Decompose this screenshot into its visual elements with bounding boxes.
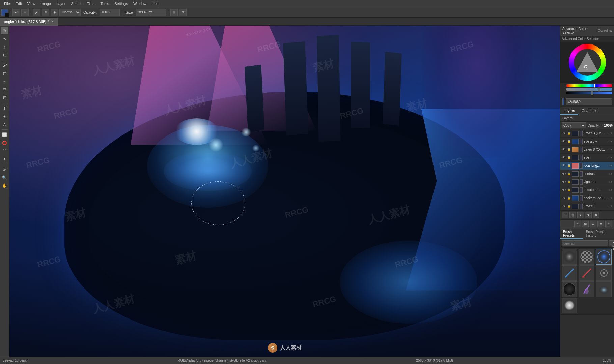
menu-settings[interactable]: Settings [112,1,131,6]
layer-lock-0[interactable]: 🔒 [567,132,571,135]
hue-slider[interactable] [566,84,612,87]
menu-file[interactable]: File [1,1,13,6]
view-btn1[interactable]: ⊞ [170,9,178,16]
layer-row-3[interactable]: 👁 🔒 eye α⊕ [560,154,614,162]
tool-smudge[interactable]: ≈ [1,78,8,85]
layer-lock-6[interactable]: 🔒 [567,180,571,184]
menu-image[interactable]: Image [38,1,54,6]
brush-grid-btn[interactable]: ⊞ [582,221,589,228]
blend-mode-select[interactable]: Normal [59,9,81,16]
blend-btn[interactable]: ⊕ [42,9,49,16]
menu-view[interactable]: View [25,1,38,6]
brush-up-btn[interactable]: ▲ [590,221,596,228]
foreground-color[interactable] [1,9,8,16]
menu-tools[interactable]: Tools [98,1,112,6]
hue-thumb[interactable] [594,84,595,88]
tool-text[interactable]: T [1,104,8,112]
menu-filter[interactable]: Filter [84,1,97,6]
layer-eye-4[interactable]: 👁 [562,163,566,168]
menu-help[interactable]: Help [149,1,162,6]
hex-color-input[interactable] [566,98,612,105]
brush-item-5[interactable] [596,265,612,281]
tool-brush[interactable]: ✎ [1,27,8,34]
delete-layer-btn[interactable]: ✕ [593,212,599,218]
brush-item-3[interactable] [562,265,577,281]
tool-select-ellipse[interactable]: ⭕ [1,139,8,147]
layer-lock-1[interactable]: 🔒 [567,140,571,143]
layer-eye-8[interactable]: 👁 [562,196,566,201]
layer-lock-4[interactable]: 🔒 [567,164,571,168]
brush-item-8[interactable] [596,281,612,297]
brush-down-btn[interactable]: ▼ [597,221,604,228]
layer-lock-2[interactable]: 🔒 [567,148,571,151]
opacity-input[interactable] [100,9,120,16]
layer-eye-2[interactable]: 👁 [562,147,566,152]
layer-row-1[interactable]: 👁 🔒 eye glow α⊕ [560,138,614,146]
tool-vector[interactable]: ◈ [1,113,8,120]
brush-item-4[interactable] [579,265,594,281]
tool-pan[interactable]: ✋ [1,182,8,189]
menu-layer[interactable]: Layer [54,1,68,6]
canvas-area[interactable]: RRCG 人人素材 RRCG 素材 RRCG 素材 RRCG 人人素材 RRCG… [9,26,560,357]
brush-item-0[interactable] [562,249,577,265]
tool-select-lasso[interactable]: ⌒ [1,147,8,155]
hue-ring[interactable] [569,44,606,81]
group-layer-btn[interactable]: ⊞ [569,212,576,218]
tool-eraser[interactable]: ◻ [1,70,8,77]
brush-item-9[interactable] [562,298,577,313]
overview-label[interactable]: Overview [598,29,612,33]
layer-eye-6[interactable]: 👁 [562,180,566,184]
redo-button[interactable]: ↪ [21,9,29,16]
tool-select-magic[interactable]: ✦ [1,155,8,163]
brush-more-btn[interactable]: ≡ [605,221,612,228]
brush-item-7[interactable] [579,281,594,297]
color-wheel-area[interactable] [560,42,614,83]
layer-row-5[interactable]: 👁 🔒 contrast α⊕ [560,170,614,178]
tool-fill[interactable]: ▽ [1,86,8,93]
layer-row-7[interactable]: 👁 🔒 desaturate α⊕ [560,186,614,194]
layer-eye-9[interactable]: 👁 [562,204,566,209]
layer-row-6[interactable]: 👁 🔒 vignette α⊕ [560,178,614,186]
color-triangle[interactable] [569,44,606,81]
layer-eye-5[interactable]: 👁 [562,172,566,176]
tool-gradient[interactable]: ⊟ [1,94,8,101]
brush-tab-history[interactable]: Brush Preset History [583,229,614,239]
layer-lock-9[interactable]: 🔒 [567,205,571,208]
menu-select[interactable]: Select [68,1,84,6]
layer-lock-3[interactable]: 🔒 [567,156,571,159]
brush-list-btn[interactable]: ≡ [574,221,581,228]
brush-item-6[interactable] [562,281,577,297]
undo-button[interactable]: ↩ [12,9,20,16]
tool-cursor[interactable]: ↖ [1,35,8,42]
add-layer-btn[interactable]: + [562,212,568,218]
tool-zoom[interactable]: 🔍 [1,174,8,181]
brush-search-input[interactable] [562,240,608,246]
layer-row-4[interactable]: 👁 🔒 local brig... α⊕ [560,162,614,170]
tool-transform[interactable]: ⊹ [1,43,8,51]
layer-blend-select[interactable]: Copy [562,122,586,128]
sat-slider[interactable] [566,88,612,91]
brush-settings-btn[interactable]: 🖌 [33,9,40,16]
val-slider[interactable] [566,92,612,94]
tool-shape[interactable]: △ [1,121,8,128]
current-color-swatch[interactable] [562,98,564,105]
tool-paint[interactable]: 🖌 [1,62,8,69]
tool-crop[interactable]: ⊡ [1,51,8,59]
layer-row-2[interactable]: 👁 🔒 Layer 8 (Col... α⊕ [560,146,614,154]
tab-close-btn[interactable]: ✕ [51,20,54,23]
menu-edit[interactable]: Edit [13,1,25,6]
layer-row-0[interactable]: 👁 🔒 Layer 3 (Un... α⊕ [560,129,614,138]
menu-window[interactable]: Window [131,1,149,6]
layer-eye-0[interactable]: 👁 [562,131,566,136]
brush-tab-presets[interactable]: Brush Presets [560,229,583,239]
sat-thumb[interactable] [598,87,600,91]
tab-layers[interactable]: Layers [560,107,578,115]
brush-item-1[interactable] [579,249,594,265]
tool-color-picker[interactable]: 🖊 [1,166,8,173]
size-input[interactable] [136,9,166,16]
tool-select-rect[interactable]: ⬜ [1,131,8,139]
layer-lock-7[interactable]: 🔒 [567,188,571,192]
layer-row-9[interactable]: 👁 🔒 Layer 1 α⊕ [560,202,614,210]
tab-channels[interactable]: Channels [578,107,601,115]
val-thumb[interactable] [591,91,593,95]
